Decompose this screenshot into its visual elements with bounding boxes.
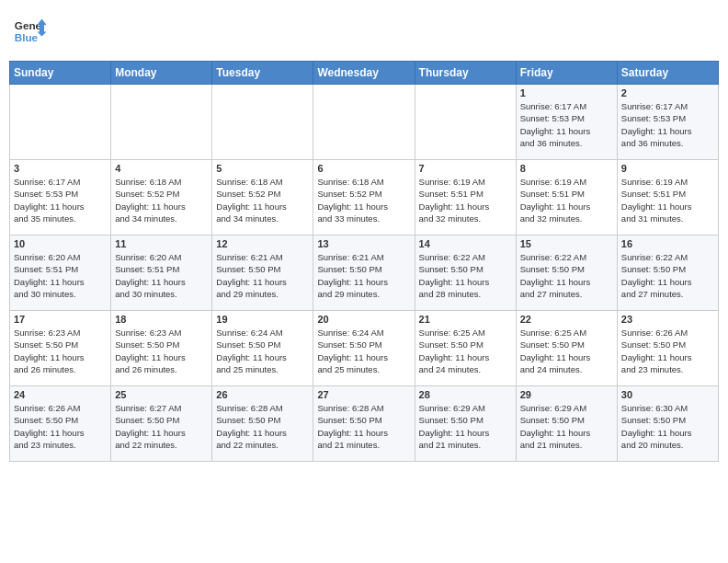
day-number: 25 <box>115 389 208 400</box>
day-number: 29 <box>520 389 613 400</box>
calendar-cell: 14Sunrise: 6:22 AM Sunset: 5:50 PM Dayli… <box>415 236 516 311</box>
day-number: 11 <box>115 238 208 249</box>
day-info: Sunrise: 6:21 AM Sunset: 5:50 PM Dayligh… <box>216 251 309 300</box>
calendar-cell: 20Sunrise: 6:24 AM Sunset: 5:50 PM Dayli… <box>313 311 415 386</box>
calendar-cell: 16Sunrise: 6:22 AM Sunset: 5:50 PM Dayli… <box>617 236 718 311</box>
day-number: 27 <box>317 389 410 400</box>
day-info: Sunrise: 6:19 AM Sunset: 5:51 PM Dayligh… <box>520 176 613 224</box>
calendar-cell <box>415 85 516 160</box>
day-info: Sunrise: 6:25 AM Sunset: 5:50 PM Dayligh… <box>419 327 512 375</box>
day-info: Sunrise: 6:20 AM Sunset: 5:51 PM Dayligh… <box>14 251 107 300</box>
day-info: Sunrise: 6:29 AM Sunset: 5:50 PM Dayligh… <box>520 402 613 451</box>
calendar-cell <box>313 85 415 160</box>
day-number: 2 <box>621 87 714 98</box>
calendar-cell <box>111 85 212 160</box>
day-number: 16 <box>621 238 714 249</box>
day-info: Sunrise: 6:18 AM Sunset: 5:52 PM Dayligh… <box>115 176 208 224</box>
calendar-cell: 27Sunrise: 6:28 AM Sunset: 5:50 PM Dayli… <box>313 386 415 462</box>
week-row-1: 1Sunrise: 6:17 AM Sunset: 5:53 PM Daylig… <box>10 85 719 160</box>
calendar-cell: 9Sunrise: 6:19 AM Sunset: 5:51 PM Daylig… <box>617 160 718 236</box>
calendar-cell: 4Sunrise: 6:18 AM Sunset: 5:52 PM Daylig… <box>111 160 212 236</box>
logo: General Blue <box>13 15 50 48</box>
header-cell-sunday: Sunday <box>10 62 111 85</box>
day-info: Sunrise: 6:19 AM Sunset: 5:51 PM Dayligh… <box>419 176 512 224</box>
calendar-cell <box>10 85 111 160</box>
day-number: 23 <box>621 314 714 325</box>
calendar-cell: 23Sunrise: 6:26 AM Sunset: 5:50 PM Dayli… <box>617 311 718 386</box>
header-cell-saturday: Saturday <box>617 62 718 85</box>
page-header: General Blue <box>9 9 719 53</box>
day-info: Sunrise: 6:24 AM Sunset: 5:50 PM Dayligh… <box>216 327 309 375</box>
day-number: 22 <box>520 314 613 325</box>
week-row-3: 10Sunrise: 6:20 AM Sunset: 5:51 PM Dayli… <box>10 236 719 311</box>
calendar-table: SundayMondayTuesdayWednesdayThursdayFrid… <box>9 61 719 462</box>
calendar-cell: 7Sunrise: 6:19 AM Sunset: 5:51 PM Daylig… <box>415 160 516 236</box>
day-number: 3 <box>14 163 107 174</box>
day-info: Sunrise: 6:26 AM Sunset: 5:50 PM Dayligh… <box>14 402 107 451</box>
day-number: 1 <box>520 87 613 98</box>
day-number: 21 <box>419 314 512 325</box>
day-number: 15 <box>520 238 613 249</box>
calendar-cell: 5Sunrise: 6:18 AM Sunset: 5:52 PM Daylig… <box>212 160 313 236</box>
day-info: Sunrise: 6:21 AM Sunset: 5:50 PM Dayligh… <box>317 251 410 300</box>
day-info: Sunrise: 6:17 AM Sunset: 5:53 PM Dayligh… <box>520 100 613 149</box>
day-info: Sunrise: 6:22 AM Sunset: 5:50 PM Dayligh… <box>419 251 512 300</box>
day-info: Sunrise: 6:27 AM Sunset: 5:50 PM Dayligh… <box>115 402 208 451</box>
header-cell-monday: Monday <box>111 62 212 85</box>
logo-icon: General Blue <box>13 15 46 48</box>
week-row-2: 3Sunrise: 6:17 AM Sunset: 5:53 PM Daylig… <box>10 160 719 236</box>
day-number: 24 <box>14 389 107 400</box>
day-number: 7 <box>419 163 512 174</box>
calendar-cell: 19Sunrise: 6:24 AM Sunset: 5:50 PM Dayli… <box>212 311 313 386</box>
day-number: 18 <box>115 314 208 325</box>
day-number: 9 <box>621 163 714 174</box>
calendar-cell: 15Sunrise: 6:22 AM Sunset: 5:50 PM Dayli… <box>516 236 617 311</box>
day-number: 30 <box>621 389 714 400</box>
day-info: Sunrise: 6:17 AM Sunset: 5:53 PM Dayligh… <box>14 176 107 224</box>
calendar-cell: 25Sunrise: 6:27 AM Sunset: 5:50 PM Dayli… <box>111 386 212 462</box>
day-info: Sunrise: 6:29 AM Sunset: 5:50 PM Dayligh… <box>419 402 512 451</box>
day-number: 10 <box>14 238 107 249</box>
day-info: Sunrise: 6:22 AM Sunset: 5:50 PM Dayligh… <box>520 251 613 300</box>
day-info: Sunrise: 6:28 AM Sunset: 5:50 PM Dayligh… <box>216 402 309 451</box>
calendar-cell: 10Sunrise: 6:20 AM Sunset: 5:51 PM Dayli… <box>10 236 111 311</box>
calendar-cell: 26Sunrise: 6:28 AM Sunset: 5:50 PM Dayli… <box>212 386 313 462</box>
calendar-body: 1Sunrise: 6:17 AM Sunset: 5:53 PM Daylig… <box>10 85 719 462</box>
day-number: 28 <box>419 389 512 400</box>
calendar-cell: 2Sunrise: 6:17 AM Sunset: 5:53 PM Daylig… <box>617 85 718 160</box>
day-number: 12 <box>216 238 309 249</box>
day-number: 26 <box>216 389 309 400</box>
day-info: Sunrise: 6:17 AM Sunset: 5:53 PM Dayligh… <box>621 100 714 149</box>
calendar-cell: 28Sunrise: 6:29 AM Sunset: 5:50 PM Dayli… <box>415 386 516 462</box>
calendar-cell: 3Sunrise: 6:17 AM Sunset: 5:53 PM Daylig… <box>10 160 111 236</box>
day-info: Sunrise: 6:25 AM Sunset: 5:50 PM Dayligh… <box>520 327 613 375</box>
week-row-4: 17Sunrise: 6:23 AM Sunset: 5:50 PM Dayli… <box>10 311 719 386</box>
header-row: SundayMondayTuesdayWednesdayThursdayFrid… <box>10 62 719 85</box>
header-cell-tuesday: Tuesday <box>212 62 313 85</box>
day-number: 13 <box>317 238 410 249</box>
calendar-cell <box>212 85 313 160</box>
week-row-5: 24Sunrise: 6:26 AM Sunset: 5:50 PM Dayli… <box>10 386 719 462</box>
day-number: 14 <box>419 238 512 249</box>
calendar-cell: 30Sunrise: 6:30 AM Sunset: 5:50 PM Dayli… <box>617 386 718 462</box>
day-info: Sunrise: 6:19 AM Sunset: 5:51 PM Dayligh… <box>621 176 714 224</box>
calendar-cell: 12Sunrise: 6:21 AM Sunset: 5:50 PM Dayli… <box>212 236 313 311</box>
day-info: Sunrise: 6:23 AM Sunset: 5:50 PM Dayligh… <box>115 327 208 375</box>
day-number: 19 <box>216 314 309 325</box>
calendar-cell: 17Sunrise: 6:23 AM Sunset: 5:50 PM Dayli… <box>10 311 111 386</box>
calendar-cell: 8Sunrise: 6:19 AM Sunset: 5:51 PM Daylig… <box>516 160 617 236</box>
calendar-cell: 22Sunrise: 6:25 AM Sunset: 5:50 PM Dayli… <box>516 311 617 386</box>
calendar-cell: 6Sunrise: 6:18 AM Sunset: 5:52 PM Daylig… <box>313 160 415 236</box>
svg-text:Blue: Blue <box>15 31 39 43</box>
header-cell-wednesday: Wednesday <box>313 62 415 85</box>
day-number: 5 <box>216 163 309 174</box>
calendar-cell: 21Sunrise: 6:25 AM Sunset: 5:50 PM Dayli… <box>415 311 516 386</box>
calendar-cell: 24Sunrise: 6:26 AM Sunset: 5:50 PM Dayli… <box>10 386 111 462</box>
day-info: Sunrise: 6:23 AM Sunset: 5:50 PM Dayligh… <box>14 327 107 375</box>
header-cell-thursday: Thursday <box>415 62 516 85</box>
calendar-cell: 29Sunrise: 6:29 AM Sunset: 5:50 PM Dayli… <box>516 386 617 462</box>
calendar-cell: 1Sunrise: 6:17 AM Sunset: 5:53 PM Daylig… <box>516 85 617 160</box>
calendar-header: SundayMondayTuesdayWednesdayThursdayFrid… <box>10 62 719 85</box>
day-number: 8 <box>520 163 613 174</box>
calendar-cell: 13Sunrise: 6:21 AM Sunset: 5:50 PM Dayli… <box>313 236 415 311</box>
